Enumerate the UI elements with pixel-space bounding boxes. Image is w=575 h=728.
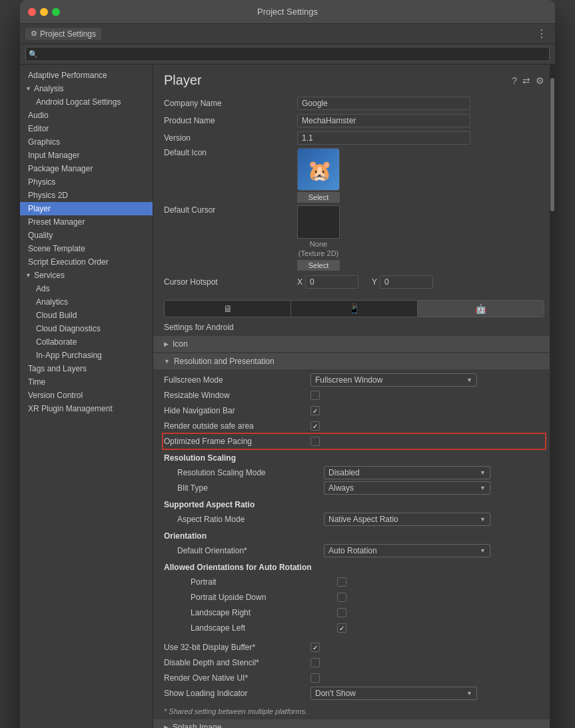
default-icon-preview: 🐹 [297,148,340,191]
resolution-scaling-header: Resolution Scaling [164,451,236,464]
aspect-ratio-mode-row: Aspect Ratio Mode Native Aspect Ratio ▼ [164,513,544,526]
dropdown-arrow-icon: ▼ [480,516,486,523]
project-settings-tab[interactable]: ⚙ Project Settings [25,28,101,40]
sidebar-item-cloud-build[interactable]: Cloud Build [20,309,153,322]
minimize-button[interactable] [40,8,48,16]
sidebar-item-analytics[interactable]: Analytics [20,295,153,309]
sidebar-item-xr-plugin[interactable]: XR Plugin Management [20,402,153,415]
sidebar-item-android-logcat[interactable]: Android Logcat Settings [20,95,153,109]
hotspot-y-input[interactable] [380,275,433,289]
loading-indicator-row: Show Loading Indicator Don't Show ▼ [164,687,544,700]
platform-tab-android[interactable]: 🤖 [418,301,544,317]
render-outside-checkbox[interactable] [310,421,320,431]
sidebar-item-preset-manager[interactable]: Preset Manager [20,215,153,229]
hotspot-x-input[interactable] [305,275,358,289]
product-name-input[interactable] [297,114,470,127]
default-icon-row: Default Icon 🐹 Select [164,148,544,203]
render-native-checkbox[interactable] [310,673,320,683]
settings-icon[interactable]: ⚙ [536,75,544,86]
sidebar-item-quality[interactable]: Quality [20,229,153,242]
orientation-header: Orientation [164,529,207,542]
main-panel: Player ? ⇄ ⚙ Company Name Product Name [153,65,555,728]
default-orientation-dropdown[interactable]: Auto Rotation ▼ [324,544,490,557]
sidebar-item-analysis[interactable]: ▼ Analysis [20,82,153,95]
sidebar-item-services[interactable]: ▼ Services [20,269,153,282]
project-settings-window: Project Settings ⚙ Project Settings ⋮ 🔍 … [20,0,555,728]
scrollbar-thumb[interactable] [550,78,554,211]
scrollbar[interactable] [550,65,555,728]
sidebar-item-package-manager[interactable]: Package Manager [20,162,153,175]
portrait-upside-down-checkbox[interactable] [337,593,346,602]
panel-icons: ? ⇄ ⚙ [512,75,544,86]
landscape-right-row: Landscape Right [164,606,544,619]
landscape-left-checkbox[interactable] [337,623,346,633]
maximize-button[interactable] [52,8,60,16]
sidebar-item-version-control[interactable]: Version Control [20,389,153,402]
sidebar-item-tags-and-layers[interactable]: Tags and Layers [20,362,153,375]
shared-note: * Shared setting between multiple platfo… [153,705,555,718]
fullscreen-mode-dropdown[interactable]: Fullscreen Window ▼ [310,373,477,387]
search-input[interactable] [25,47,550,61]
platform-tab-mobile[interactable]: 📱 [291,301,418,317]
disable-depth-label: Disable Depth and Stencil* [164,658,310,667]
layout-icon[interactable]: ⇄ [522,75,530,86]
company-name-input[interactable] [297,97,470,110]
dropdown-arrow-icon: ▼ [466,377,472,383]
aspect-ratio-mode-dropdown[interactable]: Native Aspect Ratio ▼ [324,513,490,526]
sidebar-item-adaptive-performance[interactable]: Adaptive Performance [20,69,153,82]
portrait-label: Portrait [191,577,337,587]
aspect-ratio-header-row: Supported Aspect Ratio [164,497,544,511]
icon-section-header[interactable]: ▶ Icon [153,336,555,352]
resizable-window-checkbox[interactable] [310,391,320,400]
company-name-row: Company Name [164,96,544,111]
select-cursor-button[interactable]: Select [297,260,340,271]
close-button[interactable] [28,8,36,16]
sidebar-item-player[interactable]: Player [20,202,153,215]
sidebar-item-physics[interactable]: Physics [20,175,153,189]
company-name-label: Company Name [164,99,297,108]
use-32bit-checkbox[interactable] [310,643,320,652]
version-row: Version [164,131,544,145]
landscape-right-checkbox[interactable] [337,608,346,617]
cursor-hotspot-row: Cursor Hotspot X Y [164,275,544,289]
hide-nav-row: Hide Navigation Bar [164,404,544,417]
cursor-hotspot-label: Cursor Hotspot [164,277,297,287]
sidebar-item-collaborate[interactable]: Collaborate [20,335,153,349]
sidebar-item-graphics[interactable]: Graphics [20,135,153,149]
portrait-upside-down-row: Portrait Upside Down [164,591,544,604]
sidebar-item-ads[interactable]: Ads [20,282,153,295]
hide-nav-checkbox[interactable] [310,406,320,415]
sidebar-item-audio[interactable]: Audio [20,109,153,122]
default-cursor-label: Default Cursor [164,205,297,215]
scaling-mode-dropdown[interactable]: Disabled ▼ [324,466,490,479]
dropdown-arrow-icon: ▼ [480,547,486,554]
more-options-button[interactable]: ⋮ [534,26,550,41]
search-icon: 🔍 [29,50,38,59]
portrait-checkbox[interactable] [337,577,346,587]
version-input[interactable] [297,131,470,145]
blit-type-dropdown[interactable]: Always ▼ [324,481,490,495]
resolution-section-header[interactable]: ▼ Resolution and Presentation [153,353,555,369]
optimized-frame-pacing-checkbox[interactable] [310,437,320,446]
sidebar-item-script-execution-order[interactable]: Script Execution Order [20,255,153,269]
cursor-texture-label: (Texture 2D) [297,249,340,257]
dropdown-arrow-icon: ▼ [480,469,486,476]
platform-tab-monitor[interactable]: 🖥 [165,301,291,317]
sidebar-item-time[interactable]: Time [20,375,153,389]
disable-depth-checkbox[interactable] [310,658,320,667]
sidebar-item-input-manager[interactable]: Input Manager [20,149,153,162]
blit-type-label: Blit Type [177,483,324,493]
select-icon-button[interactable]: Select [297,192,340,203]
render-outside-label: Render outside safe area [164,421,310,431]
sidebar-item-physics-2d[interactable]: Physics 2D [20,189,153,202]
splash-image-section-header[interactable]: ▶ Splash Image [153,719,555,728]
use-32bit-row: Use 32-bit Display Buffer* [164,641,544,654]
sidebar-item-cloud-diagnostics[interactable]: Cloud Diagnostics [20,322,153,335]
sidebar-item-editor[interactable]: Editor [20,122,153,135]
default-icon-section: 🐹 Select [297,148,340,203]
loading-indicator-dropdown[interactable]: Don't Show ▼ [310,687,477,700]
help-icon[interactable]: ? [512,75,517,86]
platform-tabs: 🖥 📱 🤖 [164,300,544,317]
sidebar-item-in-app-purchasing[interactable]: In-App Purchasing [20,349,153,362]
sidebar-item-scene-template[interactable]: Scene Template [20,242,153,255]
